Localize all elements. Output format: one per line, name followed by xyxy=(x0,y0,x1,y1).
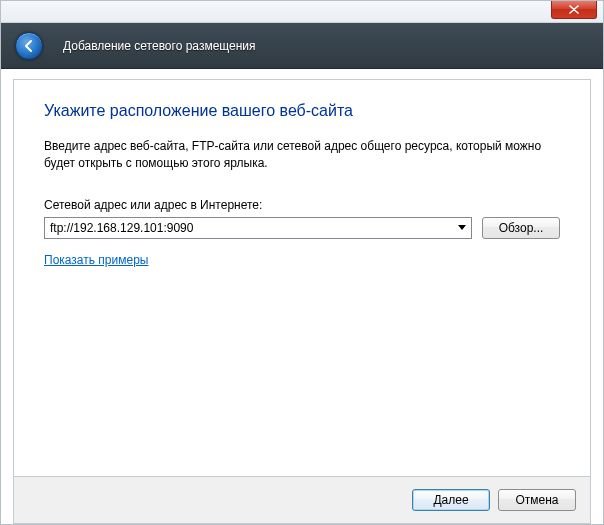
address-input[interactable] xyxy=(45,218,453,238)
dropdown-toggle[interactable] xyxy=(453,218,471,238)
browse-button[interactable]: Обзор... xyxy=(482,217,560,239)
chevron-down-icon xyxy=(458,225,466,231)
back-button[interactable] xyxy=(15,32,43,60)
header-bar: Добавление сетевого размещения xyxy=(1,23,603,69)
content-panel: Укажите расположение вашего веб-сайта Вв… xyxy=(13,79,591,476)
close-button[interactable] xyxy=(551,1,597,19)
wizard-window: Добавление сетевого размещения Укажите р… xyxy=(0,0,604,525)
address-label: Сетевой адрес или адрес в Интернете: xyxy=(44,198,560,212)
footer: Далее Отмена xyxy=(13,476,591,524)
next-button[interactable]: Далее xyxy=(412,489,490,511)
body: Укажите расположение вашего веб-сайта Вв… xyxy=(1,69,603,524)
close-icon xyxy=(569,5,579,14)
address-combobox[interactable] xyxy=(44,217,472,239)
show-examples-link[interactable]: Показать примеры xyxy=(44,253,148,267)
page-description: Введите адрес веб-сайта, FTP-сайта или с… xyxy=(44,138,560,172)
address-row: Обзор... xyxy=(44,217,560,239)
titlebar xyxy=(1,1,603,23)
arrow-left-icon xyxy=(22,39,36,53)
page-heading: Укажите расположение вашего веб-сайта xyxy=(44,102,560,120)
cancel-button[interactable]: Отмена xyxy=(498,489,576,511)
window-title: Добавление сетевого размещения xyxy=(63,39,256,53)
